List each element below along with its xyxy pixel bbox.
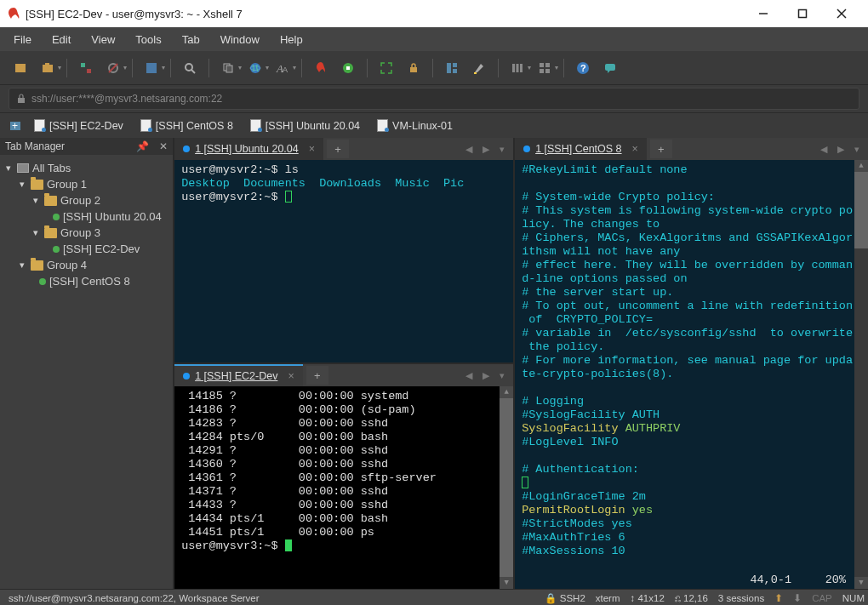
next-icon[interactable]: ▶	[837, 144, 844, 155]
next-icon[interactable]: ▶	[483, 370, 489, 381]
tree-group1[interactable]: ▾Group 1	[3, 176, 169, 192]
svg-rect-5	[43, 65, 53, 72]
lock-icon[interactable]	[405, 60, 422, 77]
tab-manager-tree: ▾All Tabs ▾Group 1 ▾Group 2 [SSH] Ubuntu…	[0, 155, 173, 294]
open-icon[interactable]: ▾	[39, 60, 56, 77]
maximize-button[interactable]	[783, 0, 822, 27]
prev-icon[interactable]: ◀	[820, 144, 827, 155]
prev-icon[interactable]: ◀	[465, 144, 472, 155]
tree-group2[interactable]: ▾Group 2	[3, 192, 169, 208]
dropdown-icon[interactable]: ▾	[500, 144, 505, 155]
lock-icon: 🔒	[545, 593, 557, 603]
status-sessions: 3 sessions	[718, 593, 764, 603]
copy-icon[interactable]: ▾	[220, 60, 237, 77]
svg-rect-11	[146, 63, 157, 73]
doc-icon	[377, 119, 388, 132]
tab-centos[interactable]: 1 [SSH] CentOS 8×	[515, 138, 647, 160]
menu-tab[interactable]: Tab	[182, 33, 200, 46]
ubuntu-pane-tabs: 1 [SSH] Ubuntu 20.04× + ◀▶▾	[174, 138, 513, 160]
svg-rect-6	[45, 63, 49, 66]
tree-root[interactable]: ▾All Tabs	[3, 160, 169, 176]
reconnect-icon[interactable]	[77, 60, 94, 77]
find-icon[interactable]	[181, 60, 198, 77]
close-icon[interactable]: ✕	[159, 140, 168, 152]
tab-manager-header: Tab Manager 📌✕	[0, 138, 173, 155]
scroll-thumb[interactable]	[854, 172, 868, 248]
tree-item-ubuntu[interactable]: [SSH] Ubuntu 20.04	[3, 208, 169, 225]
stop-icon[interactable]	[340, 60, 357, 77]
record-icon[interactable]	[312, 60, 329, 77]
svg-rect-8	[87, 69, 91, 73]
session-tab-ubuntu2004[interactable]: [SSH] Ubuntu 20.04	[243, 119, 367, 132]
address-bar: ssh://user:****@mysvr3.netsarang.com:22	[0, 85, 868, 112]
tree-group4[interactable]: ▾Group 4	[3, 257, 169, 273]
close-button[interactable]	[822, 0, 861, 27]
dropdown-icon[interactable]: ▾	[500, 370, 505, 381]
close-icon[interactable]: ×	[632, 143, 638, 155]
terminal-ec2[interactable]: 14185 ? 00:00:00 systemd 14186 ? 00:00:0…	[174, 386, 513, 589]
minimize-button[interactable]	[744, 0, 783, 27]
menu-file[interactable]: File	[14, 33, 31, 46]
scrollbar[interactable]: ▲▼	[500, 386, 513, 589]
add-tab-button[interactable]: +	[327, 140, 349, 158]
svg-rect-26	[474, 72, 477, 74]
scrollbar[interactable]: ▲ ▼	[854, 160, 868, 589]
layout-icon[interactable]	[443, 60, 460, 77]
menu-view[interactable]: View	[91, 33, 115, 46]
font-icon[interactable]: AA▾	[274, 60, 291, 77]
status-bar: ssh://user@mysvr3.netsarang.com:22, Work…	[0, 589, 868, 605]
close-icon[interactable]: ×	[288, 370, 294, 382]
tile-icon[interactable]: ▾	[536, 60, 553, 77]
status-rc: ⎌ 12,16	[675, 593, 708, 603]
scroll-down-icon[interactable]: ▼	[854, 577, 868, 589]
tab-ec2[interactable]: 1 [SSH] EC2-Dev×	[174, 364, 303, 386]
tree-group3[interactable]: ▾Group 3	[3, 225, 169, 241]
svg-rect-4	[15, 64, 26, 72]
close-icon[interactable]: ×	[309, 143, 315, 155]
session-tab-centos8[interactable]: [SSH] CentOS 8	[134, 119, 240, 132]
tab-ubuntu[interactable]: 1 [SSH] Ubuntu 20.04×	[174, 138, 323, 160]
columns-icon[interactable]: ▾	[509, 60, 526, 77]
dropdown-icon[interactable]: ▾	[854, 144, 859, 155]
address-input[interactable]: ssh://user:****@mysvr3.netsarang.com:22	[9, 88, 859, 110]
session-tab-ec2dev[interactable]: [SSH] EC2-Dev	[27, 119, 130, 132]
properties-icon[interactable]: ▾	[143, 60, 160, 77]
menu-window[interactable]: Window	[220, 33, 260, 46]
svg-rect-32	[540, 69, 544, 73]
tree-item-centos[interactable]: [SSH] CentOS 8	[3, 273, 169, 289]
add-tab-button[interactable]: +	[650, 140, 672, 158]
upload-icon[interactable]: ⬆	[774, 592, 783, 604]
svg-rect-37	[18, 98, 25, 103]
prev-icon[interactable]: ◀	[465, 370, 472, 381]
download-icon[interactable]: ⬇	[793, 592, 802, 604]
doc-icon	[250, 119, 261, 132]
svg-rect-23	[447, 63, 451, 73]
svg-rect-7	[81, 63, 85, 67]
tree-item-ec2[interactable]: [SSH] EC2-Dev	[3, 241, 169, 257]
folder-icon	[31, 260, 43, 271]
svg-rect-31	[545, 63, 550, 67]
disconnect-icon[interactable]: ▾	[105, 60, 122, 77]
titlebar: [SSH] EC2-Dev - user@mysvr3: ~ - Xshell …	[0, 0, 868, 27]
session-tab-vmlinux01[interactable]: VM-Linux-01	[370, 119, 460, 132]
terminal-ubuntu[interactable]: user@mysvr2:~$ lsDesktop Documents Downl…	[174, 160, 513, 362]
help-icon[interactable]: ?	[574, 60, 591, 77]
next-icon[interactable]: ▶	[483, 144, 489, 155]
globe-icon[interactable]: ▾	[247, 60, 264, 77]
menu-tools[interactable]: Tools	[135, 33, 161, 46]
fullscreen-icon[interactable]	[378, 60, 395, 77]
terminal-centos[interactable]: #RekeyLimit default none # System-wide C…	[515, 160, 868, 589]
menu-help[interactable]: Help	[280, 33, 303, 46]
scroll-up-icon[interactable]: ▲	[854, 160, 868, 172]
svg-rect-22	[410, 67, 417, 72]
pin-icon[interactable]: 📌	[136, 140, 149, 152]
add-tab-button[interactable]: +	[306, 366, 328, 385]
folder-icon	[44, 196, 57, 206]
menu-edit[interactable]: Edit	[52, 33, 71, 46]
highlight-icon[interactable]	[471, 60, 488, 77]
svg-rect-27	[512, 64, 515, 72]
chat-icon[interactable]	[602, 60, 619, 77]
svg-rect-25	[453, 69, 457, 73]
add-session-icon[interactable]: +	[7, 117, 24, 134]
new-icon[interactable]	[12, 60, 29, 77]
